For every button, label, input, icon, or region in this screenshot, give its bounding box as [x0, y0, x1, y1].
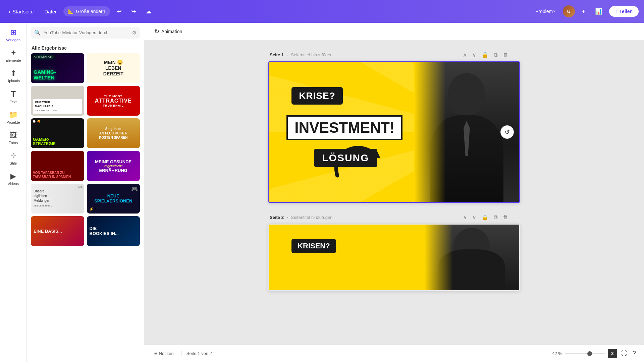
animation-label: Animation [161, 29, 182, 34]
template-item-basis[interactable]: EINE BASIS... [31, 216, 84, 246]
sidebar: ⊞ Vorlagen ✦ Elemente ⬆ Uploads T Text 📁… [0, 23, 27, 362]
canvas-area: ↻ Animation Seite 1 - Seitentitel hinzuf… [144, 23, 644, 362]
template-item-flug[interactable]: So geht's:AN FLUGTICKET-KOSTEN SPAREN [87, 118, 140, 148]
problem-label: Problem? [535, 9, 555, 14]
page-2-lock-button[interactable]: 🔒 [480, 213, 490, 222]
sidebar-item-text[interactable]: T Text [2, 87, 25, 107]
stats-button[interactable]: 📊 [592, 6, 605, 17]
share-icon: ↑ [615, 9, 618, 14]
plus-icon: + [582, 8, 586, 15]
undo-button[interactable]: ↩ [114, 6, 124, 17]
page-2-actions: ∧ ∨ 🔒 ⧉ 🗑 + [461, 213, 519, 222]
search-icon: 🔍 [34, 29, 41, 36]
sidebar-label-projekte: Projekte [6, 120, 20, 124]
sidebar-item-stile[interactable]: ✧ Stile [2, 149, 25, 168]
slide-1-design: KRISE? INVESTMENT! [269, 62, 519, 202]
home-label: Startseite [12, 9, 34, 14]
filter-button[interactable]: ⚙ [132, 29, 137, 36]
slide-1[interactable]: KRISE? INVESTMENT! [268, 61, 520, 203]
sidebar-label-elemente: Elemente [5, 58, 21, 62]
animation-button[interactable]: ↻ Animation [151, 26, 185, 37]
bottom-bar: ≡ Notizen | Seite 1 von 2 42 % 2 ⛶ ? [144, 345, 644, 362]
search-input[interactable] [44, 30, 129, 35]
template-item-gaming[interactable]: GAMING-WELTEN AI TEMPLATE [31, 53, 84, 83]
avatar-initials: U [567, 9, 571, 14]
page-1-subtitle[interactable]: Seitentitel hinzufügen [291, 52, 332, 57]
resize-emoji-icon: 📐 [68, 9, 74, 14]
page-1-more-button[interactable]: + [512, 51, 519, 59]
page-1-down-button[interactable]: ∨ [470, 50, 478, 59]
notes-icon: ≡ [154, 351, 157, 356]
fullscreen-button[interactable]: ⛶ [620, 349, 629, 358]
page-1-duplicate-button[interactable]: ⧉ [492, 51, 499, 59]
slide-2-person [424, 225, 519, 290]
template-item-paris[interactable]: KURZTRIPNACH PARISmit Lena und Julia [31, 86, 84, 116]
help-button[interactable]: ? [631, 349, 637, 358]
home-button[interactable]: ‹ Startseite [5, 7, 37, 16]
zoom-slider[interactable] [565, 353, 605, 354]
template-item-bookies[interactable]: DIEBOOKIES IN... [87, 216, 140, 246]
sidebar-item-uploads[interactable]: ⬆ Uploads [2, 66, 25, 85]
refresh-icon: ↺ [505, 128, 510, 136]
sidebar-label-text: Text [10, 100, 16, 104]
slide-2[interactable]: KRISEN? [268, 224, 520, 291]
add-collaborator-button[interactable]: + [579, 6, 588, 17]
page-1-delete-button[interactable]: 🗑 [501, 51, 510, 59]
canvas-scroll[interactable]: Seite 1 - Seitentitel hinzufügen ∧ ∨ 🔒 ⧉… [144, 40, 644, 362]
page-2-container: Seite 2 - Seitentitel hinzufügen ∧ ∨ 🔒 ⧉… [268, 213, 520, 291]
page-2-delete-button[interactable]: 🗑 [501, 213, 510, 222]
zoom-percent: 42 % [547, 351, 562, 356]
cloud-save-button[interactable]: ☁ [143, 6, 154, 17]
slide-1-investment-text: INVESTMENT! [294, 119, 394, 136]
sidebar-item-vorlagen[interactable]: ⊞ Vorlagen [2, 25, 25, 45]
page-2-duplicate-button[interactable]: ⧉ [492, 213, 499, 222]
template-item-ernahrung[interactable]: MEINE GESUNDE vegetarische ERNÄHRUNG [87, 151, 140, 181]
template-item-tapas[interactable]: VON TAPASBAR ZUTAPASBAR IN SPANIEN [31, 151, 84, 181]
sidebar-item-elemente[interactable]: ✦ Elemente [2, 46, 25, 65]
fotos-icon: 🖼 [10, 131, 17, 140]
notes-button[interactable]: ≡ Notizen [151, 349, 177, 358]
template-item-meldungen[interactable]: UnseretäglichenMeldungenseit Lena und...… [31, 184, 84, 214]
template-item-mein-leben[interactable]: MEIN 😊LEBENDERZEIT [87, 53, 140, 83]
template-grid: GAMING-WELTEN AI TEMPLATE MEIN 😊LEBENDER… [27, 53, 144, 246]
header: ‹ Startseite Datei 📐 Größe ändern ↩ ↪ ☁ … [0, 0, 644, 23]
page-2-header: Seite 2 - Seitentitel hinzufügen ∧ ∨ 🔒 ⧉… [268, 213, 520, 222]
header-left: ‹ Startseite Datei 📐 Größe ändern ↩ ↪ ☁ [5, 6, 529, 17]
template-item-spielversionen[interactable]: NEUESPIELVERSIONEN 🎮 ⚡ * [87, 184, 140, 214]
header-right: Problem? U + 📊 ↑ Teilen [532, 5, 639, 17]
page-2-more-button[interactable]: + [512, 213, 519, 222]
sidebar-item-videos[interactable]: ▶ Videos [2, 169, 25, 188]
elemente-icon: ✦ [10, 49, 16, 57]
slide-1-investment-box: INVESTMENT! [286, 115, 402, 140]
page-2-subtitle[interactable]: Seitentitel hinzufügen [291, 215, 332, 220]
stats-icon: 📊 [595, 8, 602, 15]
help-icon: ? [633, 350, 636, 357]
resize-button[interactable]: 📐 Größe ändern [63, 6, 110, 16]
template-item-gamer[interactable]: GAMER-STRATEGIE ⌚ 🔫 [31, 118, 84, 148]
template-item-attractive[interactable]: THE MOST ATTRACTIVE THUMBNAIL [87, 86, 140, 116]
page-2-up-button[interactable]: ∧ [461, 213, 469, 222]
avatar[interactable]: U [563, 5, 575, 17]
sidebar-label-videos: Videos [8, 182, 19, 186]
sidebar-item-fotos[interactable]: 🖼 Fotos [2, 128, 25, 147]
page-number-badge: 2 [608, 349, 617, 358]
file-button[interactable]: Datei [41, 7, 59, 16]
search-bar: 🔍 ⚙ [31, 27, 140, 39]
redo-button[interactable]: ↪ [128, 6, 139, 17]
sidebar-item-projekte[interactable]: 📁 Projekte [2, 108, 25, 127]
share-button[interactable]: ↑ Teilen [609, 6, 639, 17]
zoom-handle[interactable] [587, 351, 592, 356]
uploads-icon: ⬆ [10, 69, 16, 78]
problem-button[interactable]: Problem? [532, 7, 559, 16]
projekte-icon: 📁 [9, 111, 18, 119]
resize-label: Größe ändern [76, 9, 105, 14]
left-panel: 🔍 ⚙ Alle Ergebnisse GAMING-WELTEN AI TEM… [27, 23, 144, 362]
page-2-down-button[interactable]: ∨ [470, 213, 478, 222]
sidebar-label-stile: Stile [10, 161, 17, 165]
page-1-lock-button[interactable]: 🔒 [480, 50, 490, 59]
animation-icon: ↻ [154, 28, 159, 35]
slide-1-refresh-button[interactable]: ↺ [500, 125, 514, 139]
page-1-up-button[interactable]: ∧ [461, 50, 469, 59]
page-counter: Seite 1 von 2 [186, 351, 212, 356]
page-1-label: Seite 1 [270, 52, 284, 57]
